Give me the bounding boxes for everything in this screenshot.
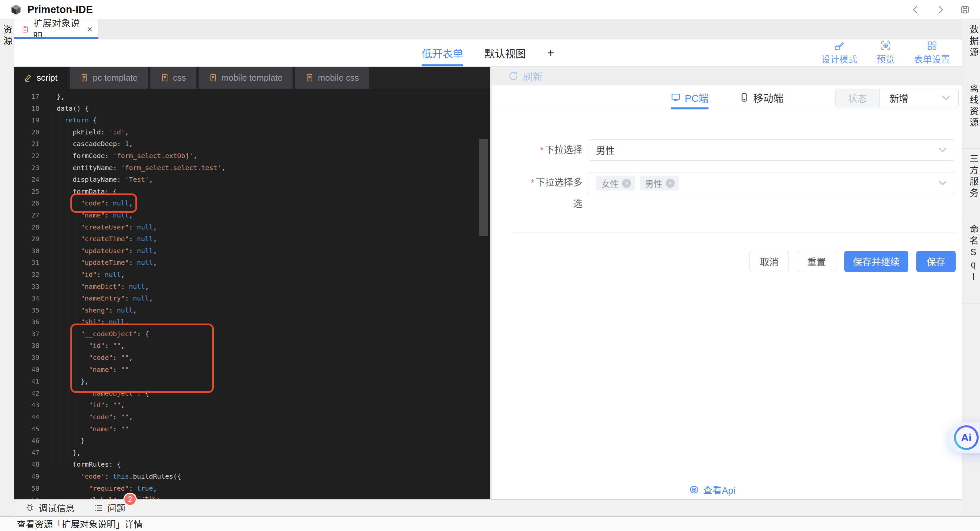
left-rail-item-resources[interactable]: 资源	[0, 19, 14, 67]
tab-mobile[interactable]: 移动端	[739, 85, 783, 109]
resource-tab[interactable]: 扩展对象说明 ×	[14, 19, 99, 39]
ai-assistant-button[interactable]: Ai	[948, 422, 980, 453]
code-text: "code": "",	[49, 411, 133, 423]
line-number: 41	[14, 375, 39, 388]
right-rail-item-3[interactable]: 命名Sql	[963, 219, 980, 304]
code-line-43[interactable]: 43"id": "",	[14, 399, 490, 411]
editor-scrollbar[interactable]	[479, 139, 488, 236]
code-line-48[interactable]: 48formRules: {	[14, 459, 490, 471]
save-icon[interactable]	[960, 5, 970, 15]
select-input[interactable]: 男性	[588, 140, 955, 161]
close-icon[interactable]: ×	[87, 25, 92, 34]
form-settings-button[interactable]: 表单设置	[914, 40, 950, 65]
code-text: "label": "下拉选择"	[49, 494, 159, 499]
code-text: "nameDict": null,	[49, 281, 149, 293]
bug-icon	[25, 503, 35, 513]
code-text: pkField: 'id',	[49, 126, 129, 138]
code-line-20[interactable]: 20pkField: 'id',	[14, 126, 490, 138]
code-line-46[interactable]: 46}	[14, 435, 490, 447]
code-line-25[interactable]: 25formData: {	[14, 186, 490, 198]
line-number: 30	[14, 245, 39, 257]
form-settings-label: 表单设置	[914, 52, 950, 65]
code-line-17[interactable]: 17},	[14, 91, 490, 103]
file-icon	[305, 73, 314, 82]
code-line-34[interactable]: 34"nameEntry": null,	[14, 293, 490, 305]
add-view-button[interactable]: +	[547, 46, 554, 60]
multiselect-input[interactable]: 女性×男性×	[588, 172, 955, 194]
code-line-44[interactable]: 44"code": "",	[14, 411, 490, 423]
code-line-23[interactable]: 23entityName: 'form_select.select.test',	[14, 162, 490, 174]
right-rail-item-0[interactable]: 数据源	[963, 19, 980, 78]
editor-tab-pc-template[interactable]: pc template	[70, 67, 148, 89]
code-line-28[interactable]: 28"createUser": null,	[14, 221, 490, 234]
right-rail-item-2[interactable]: 三方服务	[963, 149, 980, 219]
code-line-31[interactable]: 31"updateTime": null,	[14, 257, 490, 269]
code-line-51[interactable]: 51"label": "下拉选择"	[14, 494, 490, 499]
code-area[interactable]: 17},18data() {19return {20pkField: 'id',…	[14, 89, 490, 499]
editor-tab-label: script	[37, 73, 57, 83]
pencil-icon	[24, 73, 33, 82]
editor-tab-css[interactable]: css	[150, 67, 196, 89]
line-number: 21	[14, 138, 39, 150]
editor-tab-label: mobile template	[221, 73, 283, 83]
code-line-49[interactable]: 49'code': this.buildRules({	[14, 471, 490, 483]
code-line-21[interactable]: 21cascadeDeep: 1,	[14, 138, 490, 150]
tag-remove-icon[interactable]: ×	[622, 179, 631, 188]
code-line-36[interactable]: 36"shi": null,	[14, 316, 490, 328]
editor-tab-mobile-template[interactable]: mobile template	[199, 67, 293, 89]
document-icon	[21, 24, 29, 34]
tab-pc[interactable]: PC端	[671, 85, 709, 109]
code-text: return {	[49, 114, 97, 126]
save-button[interactable]: 保存	[916, 251, 956, 272]
code-line-42[interactable]: 42"__nameObject": {	[14, 388, 490, 400]
code-line-37[interactable]: 37"__codeObject": {	[14, 328, 490, 340]
code-line-35[interactable]: 35"sheng": null,	[14, 305, 490, 316]
refresh-label[interactable]: 刷新	[523, 69, 543, 83]
editor-tab-label: pc template	[93, 73, 137, 83]
code-line-47[interactable]: 47},	[14, 447, 490, 459]
code-line-33[interactable]: 33"nameDict": null,	[14, 281, 490, 293]
code-line-27[interactable]: 27"name": null,	[14, 210, 490, 221]
save-and-continue-button[interactable]: 保存并继续	[844, 251, 908, 272]
debug-info-button[interactable]: 调试信息	[25, 501, 75, 514]
design-mode-button[interactable]: 设计模式	[821, 40, 857, 65]
editor-tab-script[interactable]: script	[14, 67, 67, 89]
code-text: formCode: 'form_select.extObj',	[49, 150, 197, 162]
code-line-50[interactable]: 50"required": true,	[14, 483, 490, 494]
code-line-30[interactable]: 30"updateUser": null,	[14, 245, 490, 257]
line-number: 46	[14, 435, 39, 447]
line-number: 19	[14, 114, 39, 126]
status-select-group: 状态 新增	[835, 89, 959, 107]
code-line-40[interactable]: 40"name": ""	[14, 364, 490, 376]
code-line-41[interactable]: 41},	[14, 375, 490, 388]
editor-tab-mobile-css[interactable]: mobile css	[295, 67, 369, 89]
code-line-45[interactable]: 45"name": ""	[14, 423, 490, 435]
tag-remove-icon[interactable]: ×	[666, 179, 675, 188]
line-number: 32	[14, 269, 39, 281]
form-settings-icon	[927, 40, 937, 51]
design-mode-label: 设计模式	[821, 52, 857, 65]
line-number: 34	[14, 293, 39, 305]
code-text: },	[49, 375, 89, 388]
reset-button[interactable]: 重置	[797, 251, 836, 272]
code-line-24[interactable]: 24displayName: 'Test',	[14, 174, 490, 186]
view-api-link[interactable]: 查看Api	[689, 483, 735, 496]
preview-button[interactable]: 预览	[877, 40, 895, 65]
code-line-29[interactable]: 29"createTime": null,	[14, 233, 490, 245]
code-line-39[interactable]: 39"code": "",	[14, 352, 490, 364]
list-icon	[94, 503, 103, 513]
code-line-32[interactable]: 32"id": null,	[14, 269, 490, 281]
view-tab-0[interactable]: 低开表单	[422, 39, 463, 66]
view-tab-1[interactable]: 默认视图	[484, 39, 526, 66]
code-line-22[interactable]: 22formCode: 'form_select.extObj',	[14, 150, 490, 162]
code-line-38[interactable]: 38"id": "",	[14, 340, 490, 352]
status-dropdown[interactable]: 新增	[880, 89, 958, 107]
problems-button[interactable]: 问题 2	[94, 501, 126, 514]
chevron-right-icon[interactable]	[935, 5, 945, 15]
code-line-19[interactable]: 19return {	[14, 114, 490, 126]
code-line-26[interactable]: 26"code": null,	[14, 197, 490, 210]
code-line-18[interactable]: 18data() {	[14, 103, 490, 115]
cancel-button[interactable]: 取消	[749, 251, 789, 272]
chevron-left-icon[interactable]	[911, 5, 921, 15]
right-rail-item-1[interactable]: 离线资源	[963, 78, 980, 149]
